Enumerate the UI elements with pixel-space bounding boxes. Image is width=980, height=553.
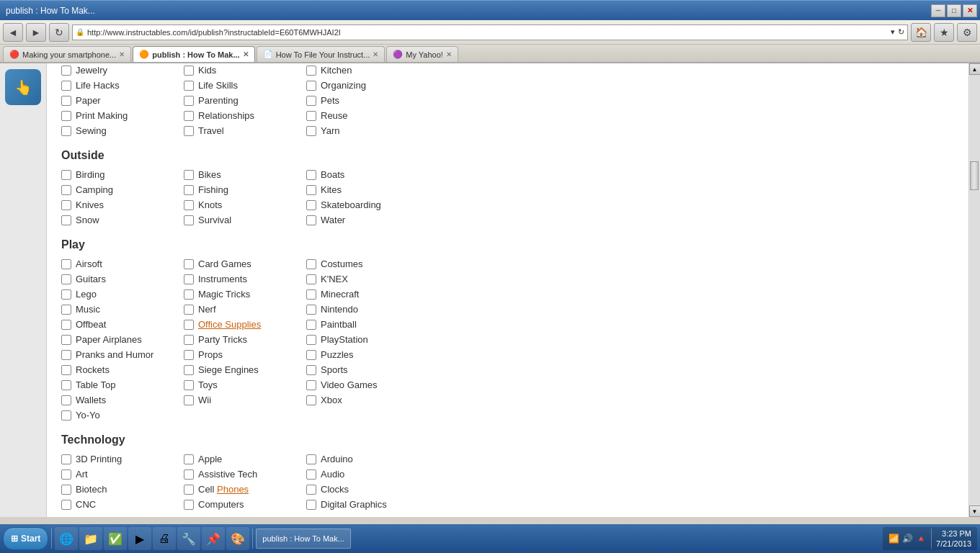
checkbox-clocks[interactable]: [306, 485, 316, 495]
list-item[interactable]: Bikes: [184, 168, 306, 181]
tab-3-close[interactable]: ✕: [373, 50, 378, 58]
list-item[interactable]: Digital Graphics: [306, 498, 429, 511]
tab-2[interactable]: 🟠 publish : How To Mak... ✕: [133, 46, 254, 62]
checkbox-paper[interactable]: [61, 96, 71, 106]
list-item[interactable]: Office Supplies: [184, 318, 306, 331]
list-item[interactable]: Camping: [61, 183, 184, 197]
taskbar-icon-folder[interactable]: 📁: [79, 527, 102, 550]
checkbox-music[interactable]: [61, 305, 71, 315]
home-button[interactable]: 🏠: [911, 23, 931, 42]
checkbox-xbox[interactable]: [306, 395, 316, 405]
phones-link[interactable]: Phones: [217, 484, 249, 495]
list-item[interactable]: Audio: [306, 467, 429, 481]
checkbox-3dprinting[interactable]: [61, 454, 71, 464]
taskbar-icon-pin[interactable]: 📌: [202, 527, 225, 550]
checkbox-lifehacks[interactable]: [61, 81, 71, 91]
list-item[interactable]: Card Games: [184, 257, 306, 271]
checkbox-computers[interactable]: [184, 500, 194, 510]
checkbox-instruments[interactable]: [184, 274, 194, 284]
list-item[interactable]: Sewing: [61, 124, 184, 138]
list-item[interactable]: Assistive Tech: [184, 467, 306, 481]
checkbox-water[interactable]: [306, 215, 316, 225]
list-item[interactable]: Paper: [61, 94, 184, 107]
list-item[interactable]: Clocks: [306, 482, 429, 496]
list-item[interactable]: Xbox: [306, 393, 429, 407]
checkbox-knots[interactable]: [184, 200, 194, 210]
tray-notification-icon[interactable]: 🔺: [916, 534, 927, 544]
list-item[interactable]: Organizing: [306, 78, 429, 92]
close-button[interactable]: ✕: [963, 4, 977, 17]
list-item[interactable]: Pets: [306, 94, 429, 107]
list-item[interactable]: K'NEX: [306, 272, 429, 286]
checkbox-playstation[interactable]: [306, 335, 316, 345]
list-item[interactable]: Nerf: [184, 302, 306, 316]
checkbox-relationships[interactable]: [184, 111, 194, 121]
checkbox-digitalgraphics[interactable]: [306, 500, 316, 510]
checkbox-skateboarding[interactable]: [306, 200, 316, 210]
list-item[interactable]: Minecraft: [306, 287, 429, 301]
checkbox-travel[interactable]: [184, 126, 194, 136]
checkbox-nintendo[interactable]: [306, 305, 316, 315]
checkbox-siegeengines[interactable]: [184, 365, 194, 375]
list-item[interactable]: Kitchen: [306, 63, 429, 77]
taskbar-icon-check[interactable]: ✅: [104, 527, 127, 550]
taskbar-icon-printer[interactable]: 🖨: [153, 527, 176, 550]
refresh-button[interactable]: ↻: [49, 23, 69, 42]
maximize-button[interactable]: □: [947, 4, 961, 17]
list-item[interactable]: PlayStation: [306, 333, 429, 346]
list-item[interactable]: Yo-Yo: [61, 408, 184, 422]
checkbox-magictricks[interactable]: [184, 289, 194, 300]
list-item[interactable]: Water: [306, 213, 429, 227]
active-window-button[interactable]: publish : How To Mak...: [256, 529, 351, 549]
list-item[interactable]: Paper Airplanes: [61, 333, 184, 346]
checkbox-airsoft[interactable]: [61, 259, 71, 269]
checkbox-videogames[interactable]: [306, 380, 316, 390]
list-item[interactable]: Lego: [61, 287, 184, 301]
checkbox-arduino[interactable]: [306, 454, 316, 464]
item-label-link[interactable]: Office Supplies: [198, 319, 261, 330]
checkbox-puzzles[interactable]: [306, 350, 316, 360]
checkbox-offbeat[interactable]: [61, 320, 71, 330]
list-item[interactable]: Biotech: [61, 482, 184, 496]
list-item[interactable]: 3D Printing: [61, 452, 184, 466]
list-item[interactable]: Props: [184, 348, 306, 361]
address-bar[interactable]: 🔒 http://www.instructables.com/id/publis…: [72, 24, 908, 40]
list-item[interactable]: Video Games: [306, 378, 429, 392]
tab-2-close[interactable]: ✕: [243, 50, 249, 58]
list-item[interactable]: Survival: [184, 213, 306, 227]
list-item[interactable]: Arduino: [306, 452, 429, 466]
list-item[interactable]: Instruments: [184, 272, 306, 286]
list-item[interactable]: Knives: [61, 198, 184, 212]
list-item[interactable]: Rockets: [61, 363, 184, 377]
checkbox-props[interactable]: [184, 350, 194, 360]
tab-4[interactable]: 🟣 My Yahoo! ✕: [386, 46, 458, 62]
checkbox-toys[interactable]: [184, 380, 194, 390]
checkbox-yarn[interactable]: [306, 126, 316, 136]
taskbar-icon-ie[interactable]: 🌐: [55, 527, 78, 550]
checkbox-birding[interactable]: [61, 170, 71, 180]
checkbox-sewing[interactable]: [61, 126, 71, 136]
taskbar-icon-play[interactable]: ▶: [128, 527, 151, 550]
list-item[interactable]: Kites: [306, 183, 429, 197]
list-item[interactable]: Art: [61, 467, 184, 481]
tab-3[interactable]: 📄 How To File Your Instruct... ✕: [257, 46, 386, 62]
checkbox-wallets[interactable]: [61, 395, 71, 405]
checkbox-cardgames[interactable]: [184, 259, 194, 269]
tab-4-close[interactable]: ✕: [446, 50, 452, 58]
taskbar-icon-paint[interactable]: 🎨: [226, 527, 249, 550]
checkbox-rockets[interactable]: [61, 365, 71, 375]
list-item[interactable]: Party Tricks: [184, 333, 306, 346]
checkbox-jewelry[interactable]: [61, 66, 71, 76]
list-item[interactable]: Sports: [306, 363, 429, 377]
checkbox-fishing[interactable]: [184, 185, 194, 195]
checkbox-pranks[interactable]: [61, 350, 71, 360]
list-item[interactable]: Nintendo: [306, 302, 429, 316]
list-item[interactable]: Fishing: [184, 183, 306, 197]
checkbox-minecraft[interactable]: [306, 289, 316, 300]
checkbox-boats[interactable]: [306, 170, 316, 180]
checkbox-kitchen[interactable]: [306, 66, 316, 76]
checkbox-knex[interactable]: [306, 274, 316, 284]
list-item[interactable]: Paintball: [306, 318, 429, 331]
refresh-address-button[interactable]: ↻: [898, 27, 904, 37]
checkbox-apple[interactable]: [184, 454, 194, 464]
